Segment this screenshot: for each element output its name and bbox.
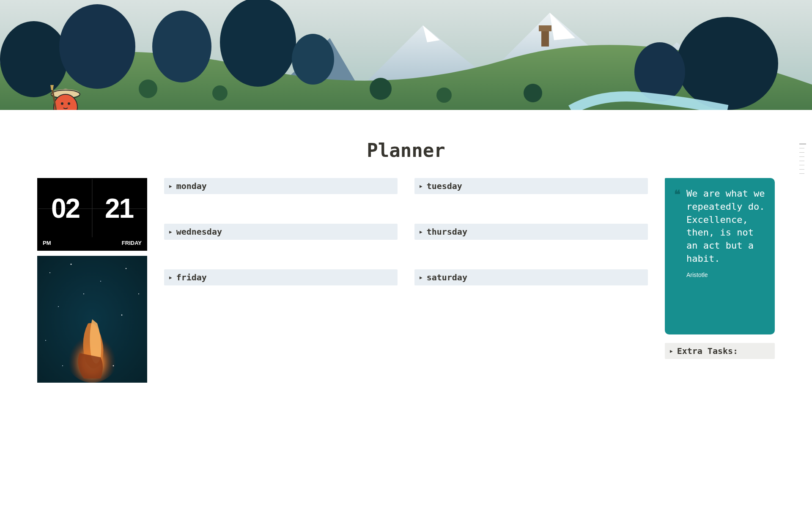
outline-item[interactable]: [799, 165, 804, 165]
nebula-image-widget: [37, 256, 147, 383]
outline-item[interactable]: [799, 161, 804, 161]
toggle-thursday[interactable]: ▶ thursday: [414, 224, 648, 240]
svg-point-9: [212, 85, 228, 101]
svg-point-10: [370, 78, 392, 100]
clock-hours: 02: [38, 179, 92, 237]
toggle-wednesday[interactable]: ▶ wednesday: [164, 224, 398, 240]
toggle-label: wednesday: [176, 227, 222, 237]
svg-point-34: [62, 365, 63, 366]
toggle-friday[interactable]: ▶ friday: [164, 269, 398, 285]
toggle-label: friday: [176, 272, 207, 282]
triangle-right-icon: ▶: [169, 229, 172, 235]
quote-card: ❝ We are what we repeatedly do. Excellen…: [665, 178, 775, 334]
svg-point-6: [677, 17, 778, 110]
svg-point-25: [71, 264, 72, 265]
svg-point-24: [49, 272, 50, 273]
svg-point-3: [152, 11, 211, 82]
svg-point-31: [45, 340, 46, 341]
svg-point-27: [126, 268, 126, 269]
svg-point-12: [524, 84, 542, 102]
svg-rect-13: [541, 30, 549, 47]
svg-point-8: [139, 79, 157, 98]
outline-item[interactable]: [799, 173, 804, 174]
svg-rect-14: [539, 25, 551, 31]
triangle-right-icon: ▶: [670, 348, 673, 354]
clock-widget: 02 21 PM FRIDAY: [37, 178, 147, 251]
outline-item[interactable]: [799, 144, 806, 144]
outline-item[interactable]: [799, 169, 804, 170]
svg-point-4: [220, 0, 296, 87]
svg-point-19: [68, 102, 70, 105]
toggle-label: thursday: [427, 227, 467, 237]
outline-item[interactable]: [799, 152, 804, 153]
toggle-tuesday[interactable]: ▶ tuesday: [414, 178, 648, 194]
outline-item[interactable]: [799, 156, 804, 157]
triangle-right-icon: ▶: [169, 184, 172, 189]
triangle-right-icon: ▶: [169, 275, 172, 280]
quote-author: Aristotle: [686, 271, 765, 278]
quote-text: We are what we repeatedly do. Excellence…: [686, 188, 765, 264]
page-title: Planner: [0, 140, 812, 161]
cover-image: [0, 0, 812, 110]
toggle-label: monday: [176, 181, 207, 191]
clock-day: FRIDAY: [122, 240, 142, 246]
page-icon[interactable]: [44, 82, 87, 110]
svg-point-2: [59, 4, 135, 89]
svg-point-30: [83, 293, 84, 294]
triangle-right-icon: ▶: [420, 184, 422, 189]
svg-point-32: [138, 293, 139, 294]
toggle-saturday[interactable]: ▶ saturday: [414, 269, 648, 285]
toggle-extra-tasks[interactable]: ▶ Extra Tasks:: [665, 343, 775, 359]
svg-point-28: [58, 306, 59, 307]
svg-point-29: [121, 315, 123, 316]
clock-minutes: 21: [92, 179, 146, 237]
toggle-label: saturday: [427, 272, 467, 282]
svg-point-11: [436, 88, 452, 103]
toggle-monday[interactable]: ▶ monday: [164, 178, 398, 194]
svg-point-5: [292, 34, 334, 85]
svg-point-26: [100, 281, 101, 282]
clock-ampm: PM: [43, 240, 51, 246]
triangle-right-icon: ▶: [420, 275, 422, 280]
svg-point-18: [61, 102, 63, 105]
toggle-label: tuesday: [427, 181, 462, 191]
quote-icon: ❝: [674, 187, 680, 201]
outline-minimap[interactable]: [799, 144, 806, 174]
triangle-right-icon: ▶: [420, 229, 422, 235]
outline-item[interactable]: [799, 148, 804, 148]
toggle-label: Extra Tasks:: [677, 346, 738, 356]
